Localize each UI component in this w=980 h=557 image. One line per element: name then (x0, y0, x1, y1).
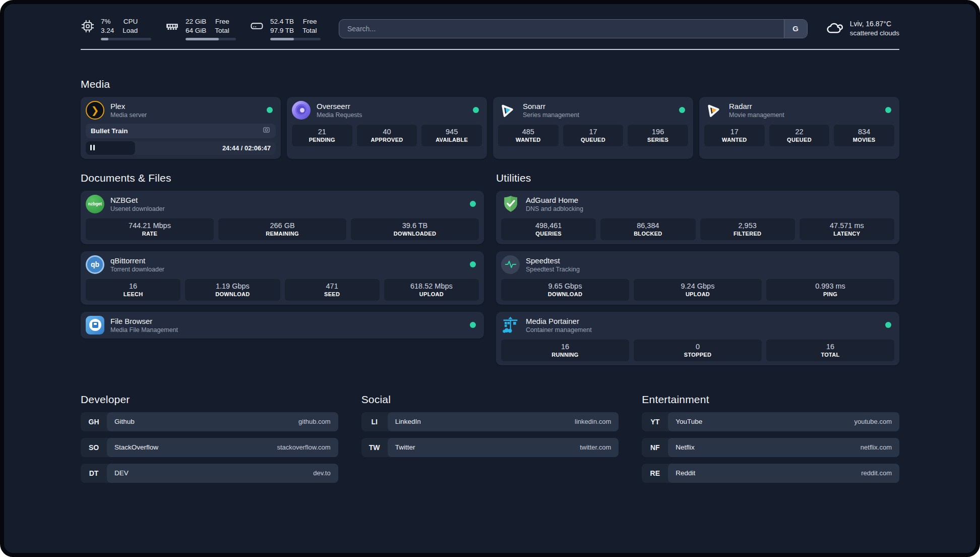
bookmark-dev[interactable]: DT DEV dev.to (81, 464, 338, 483)
stat-wanted: 485 WANTED (498, 125, 559, 146)
service-card-portainer[interactable]: Media Portainer Container management 16 … (496, 312, 899, 365)
service-card-sonarr[interactable]: Sonarr Series management 485 WANTED 17 Q… (493, 97, 693, 159)
status-dot (885, 107, 891, 113)
bookmark-name: Github (114, 418, 135, 425)
bookmark-reddit[interactable]: RE Reddit reddit.com (642, 464, 899, 483)
bookmark-abbr: GH (81, 412, 107, 431)
disk-free-label: Free (303, 17, 317, 26)
adguard-icon (501, 195, 520, 213)
portainer-icon (501, 316, 520, 335)
stat-seed: 471 SEED (285, 279, 380, 301)
stat-filtered: 2,953 FILTERED (700, 218, 795, 240)
disk-icon (250, 19, 264, 33)
dashboard-page: 7% 3.24 CPU Load (4, 4, 976, 503)
service-title: Radarr (729, 102, 784, 110)
service-subtitle: DNS and adblocking (526, 205, 583, 212)
service-title: Plex (110, 102, 147, 110)
section-media: Media ❯ Plex Media server Bullet Train (81, 78, 899, 159)
service-subtitle: Torrent downloader (110, 266, 164, 273)
bookmark-name: LinkedIn (395, 418, 421, 425)
service-card-adguard[interactable]: AdGuard Home DNS and adblocking 498,461 … (496, 191, 899, 244)
weather-widget: Lviv, 16.87°C scattered clouds (826, 19, 899, 38)
search-engine-button[interactable]: G (784, 20, 807, 38)
now-playing-row: Bullet Train (86, 124, 276, 138)
bookmark-name: Reddit (676, 469, 695, 477)
service-subtitle: Media File Management (110, 326, 178, 333)
stat-ping: 0.993 ms PING (766, 279, 894, 301)
bookmark-stackoverflow[interactable]: SO StackOverflow stackoverflow.com (81, 438, 338, 457)
stat-wanted: 17 WANTED (704, 125, 765, 146)
bookmark-name: DEV (114, 469, 129, 477)
stat-series: 196 SERIES (628, 125, 688, 146)
bookmark-name: StackOverflow (114, 443, 158, 451)
stat-rate: 744.21 Mbps RATE (86, 218, 214, 240)
status-dot (470, 261, 476, 267)
search-input[interactable] (339, 20, 784, 38)
bookmark-abbr: SO (81, 438, 107, 457)
service-title: NZBGet (110, 196, 165, 204)
service-title: Overseerr (317, 102, 362, 110)
ram-progress-bar (186, 38, 236, 40)
bookmark-group-entertainment: Entertainment YT YouTube youtube.com NF … (642, 394, 899, 483)
status-dot (885, 322, 891, 328)
documents-section-title: Documents & Files (81, 172, 484, 184)
stat-downloaded: 39.6 TB DOWNLOADED (351, 218, 479, 240)
stat-running: 16 RUNNING (501, 340, 629, 361)
plex-icon: ❯ (86, 101, 104, 120)
service-card-filebrowser[interactable]: File Browser Media File Management (81, 312, 484, 339)
bookmark-linkedin[interactable]: LI LinkedIn linkedin.com (361, 412, 619, 431)
ram-total-value: 64 GiB (186, 26, 206, 35)
resource-disk: 52.4 TB 97.9 TB Free Total (250, 17, 321, 40)
bookmark-netflix[interactable]: NF Netflix netflix.com (642, 438, 899, 457)
ram-free-value: 22 GiB (186, 17, 206, 26)
bookmark-twitter[interactable]: TW Twitter twitter.com (361, 438, 619, 457)
bookmark-abbr: DT (81, 464, 107, 483)
ram-total-label: Total (215, 26, 229, 35)
stat-upload: 618.52 Mbps UPLOAD (384, 279, 479, 301)
service-subtitle: Media server (110, 112, 147, 119)
pause-icon[interactable] (90, 143, 96, 152)
dashboard-frame: 7% 3.24 CPU Load (0, 0, 980, 557)
now-playing-title: Bullet Train (91, 127, 262, 135)
bookmark-url: github.com (298, 418, 331, 425)
service-subtitle: Series management (523, 112, 579, 119)
stat-approved: 40 APPROVED (357, 125, 417, 146)
stat-stopped: 0 STOPPED (634, 340, 762, 361)
stat-upload: 9.24 Gbps UPLOAD (634, 279, 762, 301)
section-utilities: Utilities AdGuard Home (496, 172, 899, 365)
service-card-nzbget[interactable]: nzbget NZBGet Usenet downloader 744.21 M… (81, 191, 484, 244)
bookmark-url: dev.to (313, 469, 330, 477)
playback-elapsed (86, 141, 135, 155)
stat-blocked: 86,384 BLOCKED (600, 218, 695, 240)
service-card-overseerr[interactable]: Overseerr Media Requests 21 PENDING 40 A… (287, 97, 487, 159)
bookmark-github[interactable]: GH Github github.com (81, 412, 338, 431)
cpu-icon (81, 19, 94, 33)
playback-progress-bar: 24:44 / 02:06:47 (86, 141, 276, 155)
service-card-radarr[interactable]: Radarr Movie management 17 WANTED 22 QUE… (699, 97, 899, 159)
bookmark-abbr: NF (642, 438, 668, 457)
service-title: Sonarr (523, 102, 579, 110)
weather-condition: scattered clouds (850, 29, 899, 38)
resource-cpu: 7% 3.24 CPU Load (81, 17, 151, 40)
bookmark-url: youtube.com (854, 418, 892, 425)
service-card-speedtest[interactable]: Speedtest Speedtest Tracking 9.65 Gbps D… (496, 251, 899, 305)
bookmark-youtube[interactable]: YT YouTube youtube.com (642, 412, 899, 431)
resource-widgets: 7% 3.24 CPU Load (81, 17, 321, 40)
bookmark-name: Twitter (395, 443, 415, 451)
stat-pending: 21 PENDING (292, 125, 352, 146)
status-dot (267, 107, 273, 113)
service-subtitle: Media Requests (317, 112, 362, 119)
cloud-icon (826, 19, 843, 38)
service-card-qbittorrent[interactable]: qb qBittorrent Torrent downloader 16 LEE… (81, 251, 484, 305)
cpu-label: CPU (124, 17, 138, 26)
speedtest-icon (501, 255, 520, 274)
weather-location-temp: Lviv, 16.87°C (850, 19, 899, 29)
stat-latency: 47.571 ms LATENCY (800, 218, 894, 240)
resource-memory: 22 GiB 64 GiB Free Total (165, 17, 236, 40)
stat-movies: 834 MOVIES (834, 125, 894, 146)
disk-total-label: Total (302, 26, 317, 35)
cpu-progress-bar (101, 38, 151, 40)
bookmark-abbr: LI (361, 412, 388, 431)
service-card-plex[interactable]: ❯ Plex Media server Bullet Train (81, 97, 281, 159)
bookmark-url: stackoverflow.com (277, 443, 330, 451)
